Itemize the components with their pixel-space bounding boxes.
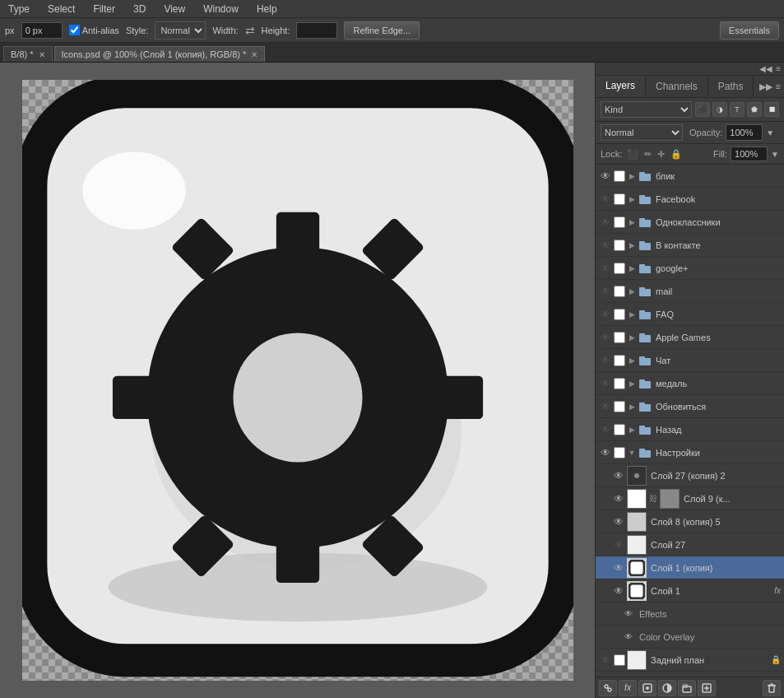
layer-arrow-odnoklassniki[interactable]: ▶ bbox=[627, 217, 637, 227]
layer-eye-9k[interactable]: 👁 bbox=[612, 492, 625, 505]
layer-eye-effects[interactable]: 👁 bbox=[622, 607, 635, 621]
layer-eye-27[interactable]: 👁 bbox=[612, 538, 625, 551]
kind-pixel-icon[interactable]: ⬛ bbox=[695, 102, 710, 117]
tab-0[interactable]: B/8) * ✕ bbox=[3, 46, 53, 62]
tab-1[interactable]: Icons.psd @ 100% (Слой 1 (копия), RGB/8)… bbox=[54, 46, 266, 62]
layer-arrow-obnovitsa[interactable]: ▶ bbox=[627, 402, 637, 412]
opacity-arrow-icon[interactable]: ▼ bbox=[766, 128, 774, 137]
layer-item-medal[interactable]: 👁 ▶ медаль bbox=[596, 372, 784, 395]
tab-1-close[interactable]: ✕ bbox=[251, 50, 257, 59]
layer-eye-medal[interactable]: 👁 bbox=[599, 377, 612, 390]
layer-eye-chat[interactable]: 👁 bbox=[599, 354, 612, 367]
layer-eye-nastroyki[interactable]: 👁 bbox=[599, 446, 612, 459]
layer-eye-27copy2[interactable]: 👁 bbox=[612, 469, 625, 482]
layer-checkbox-chat[interactable] bbox=[614, 355, 625, 366]
layer-eye-faq[interactable]: 👁 bbox=[599, 308, 612, 321]
toolbar-mask-button[interactable] bbox=[638, 680, 656, 696]
menu-select[interactable]: Select bbox=[43, 2, 80, 16]
panel-expand-icon[interactable]: ▶▶ bbox=[759, 81, 772, 92]
toolbar-link-button[interactable] bbox=[599, 680, 617, 696]
layer-checkbox-бlik[interactable] bbox=[614, 170, 625, 182]
toolbar-new-layer-button[interactable] bbox=[698, 680, 716, 696]
layer-checkbox-medal[interactable] bbox=[614, 378, 625, 389]
lock-all-icon[interactable]: 🔒 bbox=[669, 148, 684, 161]
layer-item-coloroverlay[interactable]: 👁 Color Overlay bbox=[596, 626, 784, 649]
layer-eye-mail[interactable]: 👁 bbox=[599, 285, 612, 298]
layer-eye-coloroverlay[interactable]: 👁 bbox=[622, 631, 635, 644]
layer-item-1copy[interactable]: 👁 Слой 1 (копия) bbox=[596, 556, 784, 579]
layer-arrow-applegames[interactable]: ▶ bbox=[627, 333, 637, 342]
kind-shape-icon[interactable]: ⬟ bbox=[747, 102, 762, 117]
height-input[interactable] bbox=[296, 22, 337, 39]
layer-eye-bg[interactable]: 👁 bbox=[599, 654, 612, 667]
lock-move-icon[interactable]: ✛ bbox=[656, 148, 666, 161]
kind-select[interactable]: Kind bbox=[601, 101, 692, 118]
layer-item-8copy5[interactable]: 👁 Слой 8 (копия) 5 bbox=[596, 510, 784, 533]
toolbar-fx-button[interactable]: fx bbox=[619, 680, 637, 696]
layer-checkbox-odnoklassniki[interactable] bbox=[614, 216, 625, 228]
layer-eye-obnovitsa[interactable]: 👁 bbox=[599, 400, 612, 413]
fill-arrow-icon[interactable]: ▼ bbox=[771, 150, 779, 159]
layer-arrow-faq[interactable]: ▶ bbox=[627, 309, 637, 319]
layer-arrow-nastroyki[interactable]: ▼ bbox=[627, 448, 637, 458]
style-select[interactable]: Normal bbox=[155, 21, 206, 40]
menu-filter[interactable]: Filter bbox=[88, 2, 120, 16]
opacity-input[interactable] bbox=[726, 124, 763, 141]
layer-item-nastroyki[interactable]: 👁 ▼ Настройки bbox=[596, 441, 784, 464]
layer-eye-applegames[interactable]: 👁 bbox=[599, 331, 612, 344]
layer-checkbox-facebook[interactable] bbox=[614, 193, 625, 205]
layer-checkbox-faq[interactable] bbox=[614, 309, 625, 320]
layer-item-obnovitsa[interactable]: 👁 ▶ Обновиться bbox=[596, 395, 784, 418]
essentials-button[interactable]: Essentials bbox=[720, 21, 779, 40]
layer-item-facebook[interactable]: 👁 ▶ Facebook bbox=[596, 188, 784, 211]
layer-item-faq[interactable]: 👁 ▶ FAQ bbox=[596, 303, 784, 326]
toolbar-adjustment-button[interactable] bbox=[658, 680, 676, 696]
panel-menu-icon[interactable]: ≡ bbox=[776, 81, 781, 92]
layer-arrow-бlik[interactable]: ▶ bbox=[627, 171, 637, 181]
layer-arrow-mail[interactable]: ▶ bbox=[627, 286, 637, 296]
layer-item-nazad[interactable]: 👁 ▶ Назад bbox=[596, 418, 784, 441]
layer-item-бlik[interactable]: 👁 ▶ блик bbox=[596, 165, 784, 188]
layer-eye-1[interactable]: 👁 bbox=[612, 584, 625, 598]
layer-item-effects[interactable]: 👁 Effects bbox=[596, 603, 784, 626]
layer-eye-odnoklassniki[interactable]: 👁 bbox=[599, 216, 612, 229]
layer-item-1[interactable]: 👁 Слой 1 fx bbox=[596, 579, 784, 603]
tab-0-close[interactable]: ✕ bbox=[39, 50, 45, 59]
kind-text-icon[interactable]: T bbox=[730, 102, 745, 117]
layer-item-googleplus[interactable]: 👁 ▶ google+ bbox=[596, 257, 784, 280]
kind-smart-icon[interactable]: 🔲 bbox=[764, 102, 779, 117]
layer-eye-googleplus[interactable]: 👁 bbox=[599, 262, 612, 275]
menu-window[interactable]: Window bbox=[198, 2, 244, 16]
layer-arrow-facebook[interactable]: ▶ bbox=[627, 194, 637, 204]
layer-eye-nazad[interactable]: 👁 bbox=[599, 423, 612, 436]
blend-mode-select[interactable]: Normal bbox=[601, 124, 683, 141]
layer-eye-8copy5[interactable]: 👁 bbox=[612, 515, 625, 528]
layer-arrow-nazad[interactable]: ▶ bbox=[627, 425, 637, 435]
layer-arrow-chat[interactable]: ▶ bbox=[627, 356, 637, 365]
layer-item-27[interactable]: 👁 Слой 27 bbox=[596, 533, 784, 556]
antialias-checkbox[interactable] bbox=[69, 25, 80, 35]
layer-arrow-medal[interactable]: ▶ bbox=[627, 379, 637, 389]
fill-input[interactable] bbox=[731, 147, 768, 161]
px-input[interactable] bbox=[21, 22, 63, 39]
toolbar-group-button[interactable] bbox=[678, 680, 696, 696]
layer-checkbox-obnovitsa[interactable] bbox=[614, 401, 625, 412]
layers-list[interactable]: 👁 ▶ блик 👁 ▶ Facebook 👁 bbox=[596, 165, 784, 677]
lock-pixel-icon[interactable]: ⬛ bbox=[625, 148, 640, 161]
menu-help[interactable]: Help bbox=[252, 2, 282, 16]
layer-checkbox-googleplus[interactable] bbox=[614, 263, 625, 274]
layer-arrow-googleplus[interactable]: ▶ bbox=[627, 263, 637, 273]
layer-eye-vkontakte[interactable]: 👁 bbox=[599, 239, 612, 252]
layer-arrow-vkontakte[interactable]: ▶ bbox=[627, 240, 637, 250]
tab-channels[interactable]: Channels bbox=[646, 77, 708, 96]
layer-eye-facebook[interactable]: 👁 bbox=[599, 193, 612, 206]
layer-checkbox-nazad[interactable] bbox=[614, 424, 625, 435]
layer-item-chat[interactable]: 👁 ▶ Чат bbox=[596, 349, 784, 372]
layer-checkbox-bg[interactable] bbox=[614, 654, 625, 666]
layer-checkbox-vkontakte[interactable] bbox=[614, 240, 625, 251]
layer-checkbox-mail[interactable] bbox=[614, 286, 625, 297]
menu-view[interactable]: View bbox=[159, 2, 190, 16]
menu-3d[interactable]: 3D bbox=[128, 2, 151, 16]
toolbar-delete-layer-button[interactable] bbox=[763, 680, 781, 696]
layer-item-27copy2[interactable]: 👁 Слой 27 (копия) 2 bbox=[596, 464, 784, 487]
